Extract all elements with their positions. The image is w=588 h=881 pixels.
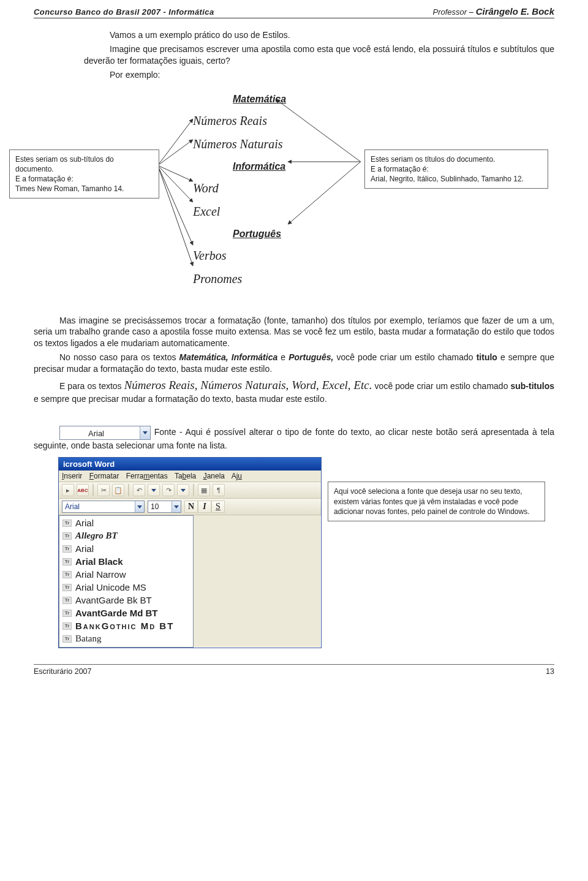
word-standard-toolbar: ▸ ABC ✂ 📋 ↶ ↷ ▦ ¶ bbox=[59, 482, 321, 499]
tool-dropdown-icon[interactable] bbox=[148, 484, 160, 496]
font-option-label: Arial Unicode MS bbox=[75, 582, 146, 592]
expl-p2: No nosso caso para os textos Matemática,… bbox=[34, 352, 554, 375]
styles-diagram: Matemática Números Reais Números Naturai… bbox=[34, 88, 554, 309]
svg-line-5 bbox=[158, 165, 193, 266]
explanation-block: Mas imagine se precisássemos trocar a fo… bbox=[34, 315, 554, 405]
font-option-label: Arial bbox=[75, 518, 94, 528]
menu-janela[interactable]: Janela bbox=[203, 472, 225, 480]
font-option-label: AvantGarde Bk BT bbox=[75, 595, 152, 605]
chevron-down-icon bbox=[181, 489, 186, 492]
expl-p3: E para os textos Números Reais, Números … bbox=[34, 377, 554, 405]
footer-page-number: 13 bbox=[546, 667, 554, 676]
header-right: Professor – Cirângelo E. Bock bbox=[433, 6, 554, 17]
font-option[interactable]: TrArial bbox=[59, 516, 193, 529]
expl-p1: Mas imagine se precisássemos trocar a fo… bbox=[34, 315, 554, 350]
font-option-label: BankGothic Md BT bbox=[75, 621, 174, 631]
font-option[interactable]: TrArial bbox=[59, 542, 193, 555]
intro-p1: Vamos a um exemplo prático do uso de Est… bbox=[84, 29, 554, 41]
menu-inserir[interactable]: IInserirnserir bbox=[62, 472, 82, 480]
font-option-label: Arial Narrow bbox=[75, 569, 126, 580]
bold-italic-underline-group: N I S bbox=[184, 501, 225, 513]
tool-misc-icon[interactable]: ▦ bbox=[198, 484, 210, 496]
font-combo-dropdown-button[interactable] bbox=[140, 426, 150, 439]
font-combo-paragraph: Arial Fonte - Aqui é possível alterar o … bbox=[34, 426, 554, 452]
svg-line-1 bbox=[158, 140, 193, 165]
tool-misc-icon[interactable]: ¶ bbox=[213, 484, 225, 496]
title-portugues: Português bbox=[233, 225, 281, 243]
toolbar-separator bbox=[193, 484, 194, 496]
word-format-toolbar: Arial 10 N I S bbox=[59, 499, 321, 515]
font-option-label: AvantGarde Md BT bbox=[75, 608, 157, 618]
sub-excel: Excel bbox=[193, 200, 220, 223]
svg-line-2 bbox=[158, 165, 193, 181]
truetype-icon: Tr bbox=[62, 584, 72, 591]
word-callout-note: Aqui você seleciona a fonte que deseja u… bbox=[328, 482, 545, 521]
truetype-icon: Tr bbox=[62, 520, 72, 527]
title-matematica: Matemática bbox=[233, 90, 286, 108]
underline-button[interactable]: S bbox=[211, 501, 225, 513]
menu-ajuda[interactable]: Aju bbox=[232, 472, 242, 480]
word-screenshot-area: icrosoft Word IInserirnserir Formatar Fe… bbox=[34, 457, 554, 648]
font-name-selector[interactable]: Arial bbox=[62, 501, 145, 513]
truetype-icon: Tr bbox=[62, 545, 72, 553]
title-informatica: Informática bbox=[233, 157, 285, 176]
chevron-down-icon bbox=[137, 505, 142, 509]
sub-numeros-reais: Números Reais bbox=[193, 109, 267, 132]
tool-save-icon[interactable]: ▸ bbox=[62, 484, 74, 496]
font-option[interactable]: TrBatang bbox=[59, 632, 193, 645]
font-name-combobox[interactable]: Arial bbox=[59, 426, 151, 440]
tool-redo-icon[interactable]: ↷ bbox=[162, 484, 175, 496]
truetype-icon: Tr bbox=[62, 635, 72, 643]
font-option-label: Allegro BT bbox=[75, 531, 118, 541]
font-option[interactable]: TrArial Unicode MS bbox=[59, 581, 193, 594]
left-callout: Estes seriam os sub-títulos do documento… bbox=[9, 149, 159, 199]
menu-formatar[interactable]: Formatar bbox=[89, 472, 119, 480]
toolbar-separator bbox=[92, 484, 94, 496]
font-option[interactable]: TrAvantGarde Md BT bbox=[59, 607, 193, 619]
toolbar-separator bbox=[128, 484, 129, 496]
svg-line-0 bbox=[158, 119, 193, 165]
bold-button[interactable]: N bbox=[184, 501, 198, 513]
font-dropdown-list[interactable]: TrArialTrAllegro BTTrArialTrArial BlackT… bbox=[59, 515, 194, 648]
font-name-field: Arial bbox=[62, 502, 135, 511]
font-option[interactable]: TrAvantGarde Bk BT bbox=[59, 594, 193, 607]
tool-dropdown-icon[interactable] bbox=[177, 484, 189, 496]
outline-list: Matemática Números Reais Números Naturai… bbox=[193, 88, 352, 291]
font-name-value: Arial bbox=[60, 426, 140, 439]
font-option[interactable]: TrArial Narrow bbox=[59, 568, 193, 581]
tool-paste-icon[interactable]: 📋 bbox=[112, 484, 124, 496]
font-name-dropdown-button[interactable] bbox=[135, 501, 144, 512]
font-option-label: Batang bbox=[75, 633, 102, 644]
sub-verbos: Verbos bbox=[193, 244, 226, 267]
font-option[interactable]: TrAllegro BT bbox=[59, 529, 193, 542]
intro-p2: Imagine que precisamos escrever uma apos… bbox=[84, 43, 554, 67]
intro-p3: Por exemplo: bbox=[84, 69, 554, 81]
sub-word: Word bbox=[193, 176, 219, 200]
font-option[interactable]: TrArial Black bbox=[59, 555, 193, 568]
tool-cut-icon[interactable]: ✂ bbox=[97, 484, 110, 496]
word-titlebar: icrosoft Word bbox=[59, 458, 321, 471]
font-size-selector[interactable]: 10 bbox=[148, 501, 181, 513]
truetype-icon: Tr bbox=[62, 610, 72, 617]
right-callout: Estes seriam os títulos do documento. E … bbox=[364, 149, 548, 189]
sub-pronomes: Pronomes bbox=[193, 267, 242, 290]
font-option[interactable]: TrBankGothic Md BT bbox=[59, 619, 193, 632]
menu-ferramentas[interactable]: Ferramentas bbox=[126, 472, 168, 480]
intro-block: Vamos a um exemplo prático do uso de Est… bbox=[84, 29, 554, 81]
tool-spellcheck-icon[interactable]: ABC bbox=[77, 484, 89, 496]
truetype-icon: Tr bbox=[62, 532, 72, 540]
svg-line-4 bbox=[158, 165, 193, 245]
font-size-field: 10 bbox=[148, 502, 172, 511]
font-size-dropdown-button[interactable] bbox=[172, 501, 181, 512]
chevron-down-icon bbox=[151, 489, 156, 492]
page-footer: Escriturário 2007 13 bbox=[34, 664, 554, 676]
menu-tabela[interactable]: Tabela bbox=[175, 472, 196, 480]
truetype-icon: Tr bbox=[62, 571, 72, 578]
sub-numeros-naturais: Números Naturais bbox=[193, 132, 283, 156]
truetype-icon: Tr bbox=[62, 597, 72, 604]
svg-line-3 bbox=[158, 165, 193, 202]
page-header: Concurso Banco do Brasil 2007 - Informát… bbox=[34, 6, 554, 18]
tool-undo-icon[interactable]: ↶ bbox=[133, 484, 145, 496]
word-menubar[interactable]: IInserirnserir Formatar Ferramentas Tabe… bbox=[59, 471, 321, 482]
italic-button[interactable]: I bbox=[198, 501, 211, 513]
